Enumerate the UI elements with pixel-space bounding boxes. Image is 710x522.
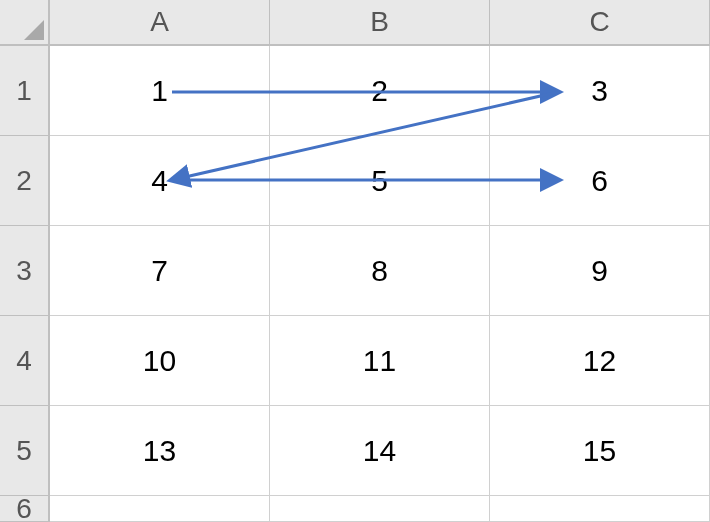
cell-B2[interactable]: 5	[270, 136, 490, 226]
col-header-A[interactable]: A	[50, 0, 270, 46]
cell-B4[interactable]: 11	[270, 316, 490, 406]
row-header-4[interactable]: 4	[0, 316, 50, 406]
row-header-1[interactable]: 1	[0, 46, 50, 136]
row-header-3[interactable]: 3	[0, 226, 50, 316]
cell-A6[interactable]	[50, 496, 270, 522]
cell-C5[interactable]: 15	[490, 406, 710, 496]
svg-marker-0	[24, 20, 44, 40]
cell-B3[interactable]: 8	[270, 226, 490, 316]
cell-A1[interactable]: 1	[50, 46, 270, 136]
select-all-triangle-icon	[24, 20, 44, 40]
spreadsheet: ABC123456 123456789101112131415	[0, 0, 710, 522]
cell-B1[interactable]: 2	[270, 46, 490, 136]
cell-C4[interactable]: 12	[490, 316, 710, 406]
row-header-2[interactable]: 2	[0, 136, 50, 226]
cell-C1[interactable]: 3	[490, 46, 710, 136]
select-all-corner[interactable]	[0, 0, 50, 46]
cell-C6[interactable]	[490, 496, 710, 522]
cell-A5[interactable]: 13	[50, 406, 270, 496]
cell-C3[interactable]: 9	[490, 226, 710, 316]
cell-B6[interactable]	[270, 496, 490, 522]
cell-A4[interactable]: 10	[50, 316, 270, 406]
cell-B5[interactable]: 14	[270, 406, 490, 496]
cell-C2[interactable]: 6	[490, 136, 710, 226]
row-header-5[interactable]: 5	[0, 406, 50, 496]
col-header-B[interactable]: B	[270, 0, 490, 46]
row-header-6[interactable]: 6	[0, 496, 50, 522]
col-header-C[interactable]: C	[490, 0, 710, 46]
cell-A3[interactable]: 7	[50, 226, 270, 316]
cell-A2[interactable]: 4	[50, 136, 270, 226]
